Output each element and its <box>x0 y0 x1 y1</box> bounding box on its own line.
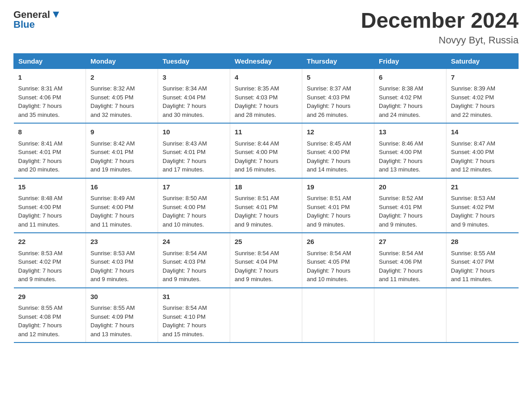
sunset: Sunset: 4:04 PM <box>235 258 278 265</box>
daylight2: and 24 minutes. <box>379 111 420 118</box>
sunrise: Sunrise: 8:54 AM <box>163 250 207 257</box>
calendar-cell: 10 Sunrise: 8:43 AM Sunset: 4:01 PM Dayl… <box>158 123 230 178</box>
daylight: Daylight: 7 hours <box>90 212 134 219</box>
calendar-cell <box>230 288 302 343</box>
sunset: Sunset: 4:10 PM <box>163 313 206 320</box>
daylight: Daylight: 7 hours <box>18 267 62 274</box>
sunrise: Sunrise: 8:54 AM <box>235 250 279 257</box>
sunrise: Sunrise: 8:34 AM <box>163 85 207 92</box>
header-tuesday: Tuesday <box>158 53 230 68</box>
daylight2: and 9 minutes. <box>90 276 129 283</box>
daylight: Daylight: 7 hours <box>307 212 351 219</box>
daylight: Daylight: 7 hours <box>235 103 279 109</box>
daylight: Daylight: 7 hours <box>235 212 279 219</box>
sunset: Sunset: 4:09 PM <box>90 313 133 320</box>
header-monday: Monday <box>86 53 158 68</box>
sunset: Sunset: 4:00 PM <box>90 204 133 210</box>
day-number: 20 <box>379 182 442 193</box>
calendar-cell: 26 Sunrise: 8:54 AM Sunset: 4:05 PM Dayl… <box>302 233 374 288</box>
sunset: Sunset: 4:07 PM <box>451 258 494 265</box>
daylight: Daylight: 7 hours <box>235 158 279 164</box>
sunset: Sunset: 4:03 PM <box>235 94 278 101</box>
daylight: Daylight: 7 hours <box>235 267 279 274</box>
week-row-5: 29 Sunrise: 8:55 AM Sunset: 4:08 PM Dayl… <box>14 288 519 343</box>
day-number: 18 <box>235 182 297 193</box>
sunrise: Sunrise: 8:53 AM <box>90 250 135 257</box>
day-number: 15 <box>18 182 82 193</box>
calendar-cell: 6 Sunrise: 8:38 AM Sunset: 4:02 PM Dayli… <box>374 68 446 123</box>
calendar-cell: 24 Sunrise: 8:54 AM Sunset: 4:03 PM Dayl… <box>158 233 230 288</box>
daylight: Daylight: 7 hours <box>90 158 134 164</box>
day-number: 19 <box>307 182 369 193</box>
logo-blue: Blue <box>13 19 35 30</box>
sunset: Sunset: 4:08 PM <box>18 313 61 320</box>
calendar-cell: 27 Sunrise: 8:54 AM Sunset: 4:06 PM Dayl… <box>374 233 446 288</box>
sunset: Sunset: 4:01 PM <box>307 204 350 210</box>
sunset: Sunset: 4:06 PM <box>379 258 422 265</box>
daylight2: and 17 minutes. <box>163 166 204 173</box>
daylight2: and 30 minutes. <box>163 111 204 118</box>
daylight: Daylight: 7 hours <box>379 267 423 274</box>
sunset: Sunset: 4:00 PM <box>235 149 278 155</box>
sunrise: Sunrise: 8:52 AM <box>379 195 423 201</box>
day-number: 5 <box>307 73 369 83</box>
daylight2: and 11 minutes. <box>18 221 60 228</box>
daylight2: and 9 minutes. <box>235 276 273 283</box>
header-saturday: Saturday <box>446 53 519 68</box>
daylight2: and 9 minutes. <box>307 221 345 228</box>
daylight2: and 10 minutes. <box>163 221 204 228</box>
daylight2: and 15 minutes. <box>163 331 204 338</box>
sunset: Sunset: 4:01 PM <box>163 149 206 155</box>
sunset: Sunset: 4:02 PM <box>451 94 494 101</box>
day-number: 12 <box>307 127 369 137</box>
day-number: 13 <box>379 127 442 137</box>
daylight2: and 11 minutes. <box>90 221 132 228</box>
sunset: Sunset: 4:03 PM <box>90 258 133 265</box>
sunset: Sunset: 4:01 PM <box>235 204 278 210</box>
daylight: Daylight: 7 hours <box>451 103 495 109</box>
sunrise: Sunrise: 8:39 AM <box>451 85 495 92</box>
sunset: Sunset: 4:03 PM <box>307 94 350 101</box>
sunrise: Sunrise: 8:55 AM <box>451 250 495 257</box>
daylight2: and 13 minutes. <box>90 331 132 338</box>
calendar-cell: 17 Sunrise: 8:50 AM Sunset: 4:00 PM Dayl… <box>158 178 230 233</box>
sunrise: Sunrise: 8:53 AM <box>451 195 495 201</box>
calendar-cell: 8 Sunrise: 8:41 AM Sunset: 4:01 PM Dayli… <box>14 123 86 178</box>
sunrise: Sunrise: 8:32 AM <box>90 85 135 92</box>
day-number: 31 <box>163 292 225 302</box>
day-number: 6 <box>379 73 442 83</box>
daylight: Daylight: 7 hours <box>163 158 206 164</box>
daylight2: and 22 minutes. <box>451 111 493 118</box>
calendar-cell: 29 Sunrise: 8:55 AM Sunset: 4:08 PM Dayl… <box>14 288 86 343</box>
calendar-cell: 30 Sunrise: 8:55 AM Sunset: 4:09 PM Dayl… <box>86 288 158 343</box>
calendar-cell <box>302 288 374 343</box>
sunrise: Sunrise: 8:54 AM <box>163 304 207 311</box>
calendar-cell: 14 Sunrise: 8:47 AM Sunset: 4:00 PM Dayl… <box>446 123 519 178</box>
daylight: Daylight: 7 hours <box>163 322 206 329</box>
daylight: Daylight: 7 hours <box>379 212 423 219</box>
daylight2: and 28 minutes. <box>235 111 276 118</box>
daylight2: and 9 minutes. <box>18 276 56 283</box>
calendar-cell: 21 Sunrise: 8:53 AM Sunset: 4:02 PM Dayl… <box>446 178 519 233</box>
logo: General Blue <box>13 9 61 30</box>
main-title: December 2024 <box>361 9 519 33</box>
sunset: Sunset: 4:01 PM <box>90 149 133 155</box>
week-row-2: 8 Sunrise: 8:41 AM Sunset: 4:01 PM Dayli… <box>14 123 519 178</box>
day-number: 1 <box>18 73 82 83</box>
daylight: Daylight: 7 hours <box>90 267 134 274</box>
daylight2: and 9 minutes. <box>379 221 417 228</box>
daylight2: and 11 minutes. <box>451 276 493 283</box>
header-wednesday: Wednesday <box>230 53 302 68</box>
daylight: Daylight: 7 hours <box>307 158 351 164</box>
day-number: 11 <box>235 127 297 137</box>
day-number: 25 <box>235 237 297 247</box>
sunrise: Sunrise: 8:42 AM <box>90 140 135 147</box>
sunrise: Sunrise: 8:35 AM <box>235 85 279 92</box>
sunrise: Sunrise: 8:55 AM <box>90 304 135 311</box>
calendar-cell: 22 Sunrise: 8:53 AM Sunset: 4:02 PM Dayl… <box>14 233 86 288</box>
calendar-cell <box>374 288 446 343</box>
calendar-cell: 13 Sunrise: 8:46 AM Sunset: 4:00 PM Dayl… <box>374 123 446 178</box>
header-thursday: Thursday <box>302 53 374 68</box>
calendar-cell: 1 Sunrise: 8:31 AM Sunset: 4:06 PM Dayli… <box>14 68 86 123</box>
daylight2: and 12 minutes. <box>451 166 493 173</box>
